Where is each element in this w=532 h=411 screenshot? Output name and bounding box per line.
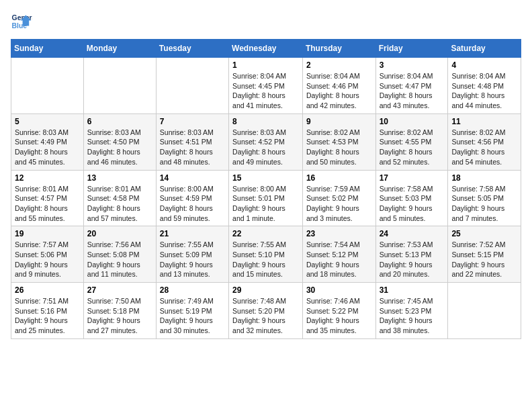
day-number: 8: [232, 117, 299, 126]
weekday-header-tuesday: Tuesday: [156, 40, 228, 58]
day-number: 7: [160, 117, 225, 126]
calendar-cell: 3Sunrise: 8:04 AMSunset: 4:47 PMDaylight…: [375, 58, 448, 114]
calendar-week-4: 19Sunrise: 7:57 AMSunset: 5:06 PMDayligh…: [11, 226, 521, 283]
day-info: Sunrise: 7:54 AMSunset: 5:12 PMDaylight:…: [306, 240, 372, 279]
day-number: 6: [87, 117, 152, 126]
calendar-cell: 12Sunrise: 8:01 AMSunset: 4:57 PMDayligh…: [11, 170, 84, 226]
day-number: 16: [306, 173, 372, 183]
weekday-header-monday: Monday: [83, 40, 156, 58]
calendar-cell: 6Sunrise: 8:03 AMSunset: 4:50 PMDaylight…: [83, 113, 156, 170]
day-number: 23: [306, 229, 372, 238]
day-number: 22: [232, 229, 299, 238]
calendar-cell: [11, 58, 84, 114]
day-info: Sunrise: 7:59 AMSunset: 5:02 PMDaylight:…: [306, 184, 372, 224]
day-info: Sunrise: 8:04 AMSunset: 4:48 PMDaylight:…: [451, 71, 517, 111]
calendar-cell: 15Sunrise: 8:00 AMSunset: 5:01 PMDayligh…: [229, 170, 303, 226]
day-number: 3: [380, 60, 445, 70]
calendar-week-2: 5Sunrise: 8:03 AMSunset: 4:49 PMDaylight…: [11, 113, 521, 170]
calendar-cell: 24Sunrise: 7:53 AMSunset: 5:13 PMDayligh…: [375, 226, 448, 283]
day-info: Sunrise: 8:01 AMSunset: 4:58 PMDaylight:…: [87, 184, 152, 224]
day-info: Sunrise: 7:52 AMSunset: 5:15 PMDaylight:…: [451, 240, 517, 279]
day-number: 26: [15, 285, 80, 295]
calendar-cell: 5Sunrise: 8:03 AMSunset: 4:49 PMDaylight…: [11, 113, 84, 170]
day-info: Sunrise: 8:00 AMSunset: 4:59 PMDaylight:…: [160, 184, 225, 224]
day-number: 25: [451, 229, 517, 238]
calendar-week-3: 12Sunrise: 8:01 AMSunset: 4:57 PMDayligh…: [11, 170, 521, 226]
calendar-week-1: 1Sunrise: 8:04 AMSunset: 4:45 PMDaylight…: [11, 58, 521, 114]
day-info: Sunrise: 7:51 AMSunset: 5:16 PMDaylight:…: [15, 296, 80, 336]
day-info: Sunrise: 7:55 AMSunset: 5:09 PMDaylight:…: [160, 240, 225, 279]
day-number: 30: [306, 285, 372, 295]
day-info: Sunrise: 8:03 AMSunset: 4:51 PMDaylight:…: [160, 128, 225, 167]
calendar-cell: 9Sunrise: 8:02 AMSunset: 4:53 PMDaylight…: [302, 113, 375, 170]
day-info: Sunrise: 8:03 AMSunset: 4:52 PMDaylight:…: [232, 128, 299, 167]
calendar-cell: 20Sunrise: 7:56 AMSunset: 5:08 PMDayligh…: [83, 226, 156, 283]
weekday-header-saturday: Saturday: [448, 40, 521, 58]
calendar-cell: [83, 58, 156, 114]
calendar-cell: 26Sunrise: 7:51 AMSunset: 5:16 PMDayligh…: [11, 283, 84, 339]
day-info: Sunrise: 8:01 AMSunset: 4:57 PMDaylight:…: [15, 184, 80, 224]
day-number: 13: [87, 173, 152, 183]
day-number: 29: [232, 285, 299, 295]
header: General Blue: [11, 11, 521, 32]
day-info: Sunrise: 8:00 AMSunset: 5:01 PMDaylight:…: [232, 184, 299, 224]
day-number: 15: [232, 173, 299, 183]
day-info: Sunrise: 8:04 AMSunset: 4:45 PMDaylight:…: [232, 71, 299, 111]
day-info: Sunrise: 7:58 AMSunset: 5:03 PMDaylight:…: [380, 184, 445, 224]
day-number: 24: [380, 229, 445, 238]
calendar-cell: [156, 58, 228, 114]
calendar-cell: 28Sunrise: 7:49 AMSunset: 5:19 PMDayligh…: [156, 283, 228, 339]
day-info: Sunrise: 7:53 AMSunset: 5:13 PMDaylight:…: [380, 240, 445, 279]
day-info: Sunrise: 7:50 AMSunset: 5:18 PMDaylight:…: [87, 296, 152, 336]
day-number: 2: [306, 60, 372, 70]
day-info: Sunrise: 8:02 AMSunset: 4:56 PMDaylight:…: [451, 128, 517, 167]
day-info: Sunrise: 7:45 AMSunset: 5:23 PMDaylight:…: [380, 296, 445, 336]
day-number: 11: [451, 117, 517, 126]
day-info: Sunrise: 7:57 AMSunset: 5:06 PMDaylight:…: [15, 240, 80, 279]
day-number: 21: [160, 229, 225, 238]
day-info: Sunrise: 8:02 AMSunset: 4:53 PMDaylight:…: [306, 128, 372, 167]
day-number: 31: [380, 285, 445, 295]
calendar-cell: 11Sunrise: 8:02 AMSunset: 4:56 PMDayligh…: [448, 113, 521, 170]
calendar-cell: 27Sunrise: 7:50 AMSunset: 5:18 PMDayligh…: [83, 283, 156, 339]
day-number: 10: [380, 117, 445, 126]
day-info: Sunrise: 7:55 AMSunset: 5:10 PMDaylight:…: [232, 240, 299, 279]
calendar-cell: 16Sunrise: 7:59 AMSunset: 5:02 PMDayligh…: [302, 170, 375, 226]
calendar-week-5: 26Sunrise: 7:51 AMSunset: 5:16 PMDayligh…: [11, 283, 521, 339]
day-number: 9: [306, 117, 372, 126]
calendar-cell: 21Sunrise: 7:55 AMSunset: 5:09 PMDayligh…: [156, 226, 228, 283]
weekday-header-friday: Friday: [375, 40, 448, 58]
weekday-header-row: SundayMondayTuesdayWednesdayThursdayFrid…: [11, 40, 521, 58]
weekday-header-wednesday: Wednesday: [229, 40, 303, 58]
day-info: Sunrise: 8:03 AMSunset: 4:49 PMDaylight:…: [15, 128, 80, 167]
weekday-header-sunday: Sunday: [11, 40, 84, 58]
day-number: 12: [15, 173, 80, 183]
day-info: Sunrise: 7:46 AMSunset: 5:22 PMDaylight:…: [306, 296, 372, 336]
day-number: 4: [451, 60, 517, 70]
svg-text:General: General: [12, 14, 32, 21]
day-info: Sunrise: 8:04 AMSunset: 4:47 PMDaylight:…: [380, 71, 445, 111]
calendar-cell: 10Sunrise: 8:02 AMSunset: 4:55 PMDayligh…: [375, 113, 448, 170]
day-info: Sunrise: 7:56 AMSunset: 5:08 PMDaylight:…: [87, 240, 152, 279]
day-number: 28: [160, 285, 225, 295]
day-info: Sunrise: 7:49 AMSunset: 5:19 PMDaylight:…: [160, 296, 225, 336]
calendar-table: SundayMondayTuesdayWednesdayThursdayFrid…: [11, 39, 521, 339]
day-number: 17: [380, 173, 445, 183]
calendar-cell: 31Sunrise: 7:45 AMSunset: 5:23 PMDayligh…: [375, 283, 448, 339]
calendar-cell: 23Sunrise: 7:54 AMSunset: 5:12 PMDayligh…: [302, 226, 375, 283]
calendar-cell: 29Sunrise: 7:48 AMSunset: 5:20 PMDayligh…: [229, 283, 303, 339]
calendar-cell: 14Sunrise: 8:00 AMSunset: 4:59 PMDayligh…: [156, 170, 228, 226]
page-container: General Blue SundayMondayTuesdayWednesda…: [0, 0, 532, 347]
calendar-cell: 1Sunrise: 8:04 AMSunset: 4:45 PMDaylight…: [229, 58, 303, 114]
day-info: Sunrise: 7:58 AMSunset: 5:05 PMDaylight:…: [451, 184, 517, 224]
day-number: 19: [15, 229, 80, 238]
day-info: Sunrise: 8:04 AMSunset: 4:46 PMDaylight:…: [306, 71, 372, 111]
calendar-cell: 13Sunrise: 8:01 AMSunset: 4:58 PMDayligh…: [83, 170, 156, 226]
calendar-cell: 30Sunrise: 7:46 AMSunset: 5:22 PMDayligh…: [302, 283, 375, 339]
day-number: 14: [160, 173, 225, 183]
calendar-cell: 22Sunrise: 7:55 AMSunset: 5:10 PMDayligh…: [229, 226, 303, 283]
day-number: 5: [15, 117, 80, 126]
calendar-cell: [448, 283, 521, 339]
day-info: Sunrise: 8:02 AMSunset: 4:55 PMDaylight:…: [380, 128, 445, 167]
calendar-cell: 8Sunrise: 8:03 AMSunset: 4:52 PMDaylight…: [229, 113, 303, 170]
